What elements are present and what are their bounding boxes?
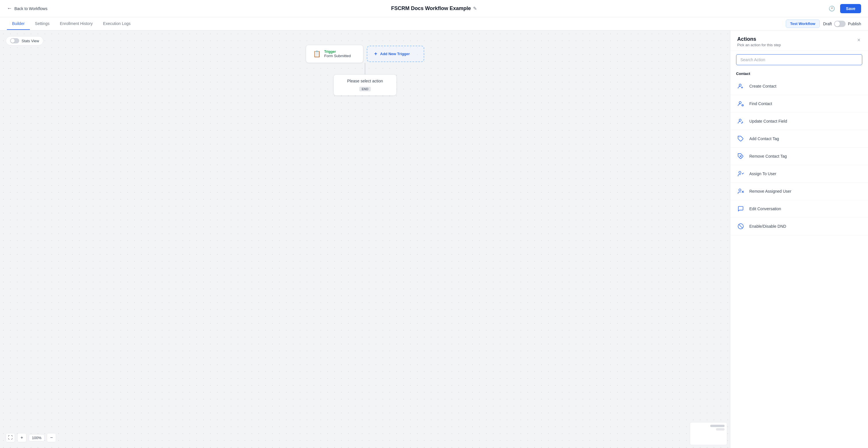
action-item-find-contact[interactable]: Find Contact bbox=[730, 95, 868, 112]
mini-map-scroll bbox=[710, 425, 724, 427]
zoom-out-button[interactable]: − bbox=[47, 433, 56, 442]
app-header: ← Back to Workflows FSCRM Docs Workflow … bbox=[0, 0, 868, 17]
trigger-label: Trigger bbox=[324, 50, 351, 54]
add-tag-label: Add Contact Tag bbox=[749, 136, 779, 141]
nav-tabs: Builder Settings Enrollment History Exec… bbox=[0, 17, 868, 30]
action-item-update-contact[interactable]: Update Contact Field bbox=[730, 112, 868, 130]
assign-user-label: Assign To User bbox=[749, 171, 776, 176]
tab-enrollment-history[interactable]: Enrollment History bbox=[55, 18, 98, 30]
add-trigger-label: Add New Trigger bbox=[380, 52, 410, 56]
action-item-remove-user[interactable]: Remove Assigned User bbox=[730, 183, 868, 200]
tab-execution-logs[interactable]: Execution Logs bbox=[98, 18, 136, 30]
trigger-node[interactable]: 📋 Trigger Form Submitted bbox=[306, 45, 363, 63]
bottom-toolbar: ⛶ + 100% − bbox=[6, 433, 56, 442]
action-select-text: Please select action bbox=[341, 79, 390, 83]
action-item-add-tag[interactable]: Add Contact Tag bbox=[730, 130, 868, 148]
search-action-input[interactable] bbox=[736, 54, 862, 65]
trigger-icon: 📋 bbox=[313, 50, 321, 58]
draft-label: Draft bbox=[823, 22, 832, 26]
remove-tag-icon bbox=[736, 151, 745, 161]
action-item-create-contact[interactable]: Create Contact bbox=[730, 77, 868, 95]
actions-list: Contact Create Contact Find Contact bbox=[730, 69, 868, 448]
search-wrapper bbox=[736, 54, 862, 65]
trigger-text: Trigger Form Submitted bbox=[324, 50, 351, 58]
mini-map-scroll2 bbox=[716, 428, 724, 430]
svg-point-0 bbox=[739, 84, 741, 86]
action-node-wrapper: Please select action END bbox=[333, 74, 397, 96]
action-item-remove-tag[interactable]: Remove Contact Tag bbox=[730, 148, 868, 165]
tabs-right: Test Workflow Draft Publish bbox=[786, 20, 861, 28]
actions-subtitle: Pick an action for this step bbox=[737, 43, 781, 47]
zoom-in-button[interactable]: + bbox=[17, 433, 26, 442]
action-item-assign-user[interactable]: Assign To User bbox=[730, 165, 868, 183]
connector-line bbox=[365, 63, 365, 74]
actions-header: Actions Pick an action for this step × bbox=[730, 30, 868, 51]
actions-search bbox=[730, 51, 868, 69]
stats-view-label: Stats View bbox=[22, 39, 39, 43]
workflow-area: 📋 Trigger Form Submitted + Add New Trigg… bbox=[306, 45, 424, 96]
add-trigger-plus-icon: + bbox=[374, 51, 377, 57]
toggle-knob bbox=[835, 21, 840, 26]
draft-publish-toggle: Draft Publish bbox=[823, 21, 861, 27]
svg-point-3 bbox=[739, 119, 741, 121]
main-content: Stats View 📋 Trigger Form Submitted + Ad… bbox=[0, 30, 868, 448]
close-panel-button[interactable]: × bbox=[857, 36, 861, 44]
create-contact-label: Create Contact bbox=[749, 84, 776, 89]
actions-header-text: Actions Pick an action for this step bbox=[737, 36, 781, 47]
back-to-workflows[interactable]: ← Back to Workflows bbox=[7, 5, 48, 11]
section-contact-label: Contact bbox=[730, 69, 868, 77]
save-button[interactable]: Save bbox=[840, 4, 861, 13]
trigger-row: 📋 Trigger Form Submitted + Add New Trigg… bbox=[306, 45, 424, 63]
svg-point-7 bbox=[739, 171, 741, 173]
edit-conversation-icon bbox=[736, 204, 745, 213]
remove-user-icon bbox=[736, 187, 745, 196]
find-contact-label: Find Contact bbox=[749, 101, 772, 106]
assign-user-icon bbox=[736, 169, 745, 178]
back-arrow-icon: ← bbox=[7, 5, 12, 11]
tab-settings[interactable]: Settings bbox=[30, 18, 55, 30]
publish-toggle[interactable] bbox=[834, 21, 845, 27]
update-contact-icon bbox=[736, 116, 745, 126]
zoom-level: 100% bbox=[29, 434, 44, 441]
action-node[interactable]: Please select action END bbox=[333, 74, 397, 96]
mini-map bbox=[690, 422, 727, 445]
create-contact-icon bbox=[736, 81, 745, 91]
update-contact-label: Update Contact Field bbox=[749, 119, 787, 124]
stats-view-toggle[interactable]: Stats View bbox=[6, 36, 43, 45]
remove-user-label: Remove Assigned User bbox=[749, 189, 791, 194]
test-workflow-button[interactable]: Test Workflow bbox=[786, 20, 820, 28]
stats-toggle-switch[interactable] bbox=[10, 38, 19, 43]
header-right: 🕐 Save bbox=[827, 4, 861, 13]
stats-toggle-knob bbox=[11, 39, 15, 43]
workflow-canvas[interactable]: Stats View 📋 Trigger Form Submitted + Ad… bbox=[0, 30, 730, 448]
action-item-edit-conversation[interactable]: Edit Conversation bbox=[730, 200, 868, 218]
svg-line-12 bbox=[739, 225, 743, 228]
tabs-left: Builder Settings Enrollment History Exec… bbox=[7, 18, 136, 30]
edit-title-icon[interactable]: ✎ bbox=[473, 6, 477, 11]
find-contact-icon bbox=[736, 99, 745, 108]
actions-panel: Actions Pick an action for this step × C… bbox=[730, 30, 868, 448]
end-badge: END bbox=[359, 87, 370, 91]
workflow-title: FSCRM Docs Workflow Example bbox=[391, 5, 471, 11]
expand-button[interactable]: ⛶ bbox=[6, 433, 15, 442]
tab-builder[interactable]: Builder bbox=[7, 18, 30, 30]
dnd-icon bbox=[736, 222, 745, 231]
history-icon[interactable]: 🕐 bbox=[827, 4, 837, 13]
back-label: Back to Workflows bbox=[14, 6, 48, 11]
publish-label: Publish bbox=[848, 22, 861, 26]
edit-conversation-label: Edit Conversation bbox=[749, 206, 781, 211]
header-center: FSCRM Docs Workflow Example ✎ bbox=[391, 5, 477, 11]
add-tag-icon bbox=[736, 134, 745, 143]
remove-tag-label: Remove Contact Tag bbox=[749, 154, 787, 159]
dnd-label: Enable/Disable DND bbox=[749, 224, 786, 229]
action-item-dnd[interactable]: Enable/Disable DND bbox=[730, 218, 868, 235]
svg-point-1 bbox=[739, 102, 741, 104]
add-trigger-node[interactable]: + Add New Trigger bbox=[367, 46, 424, 62]
actions-title: Actions bbox=[737, 36, 781, 42]
trigger-sublabel: Form Submitted bbox=[324, 54, 351, 58]
svg-point-8 bbox=[739, 189, 741, 191]
